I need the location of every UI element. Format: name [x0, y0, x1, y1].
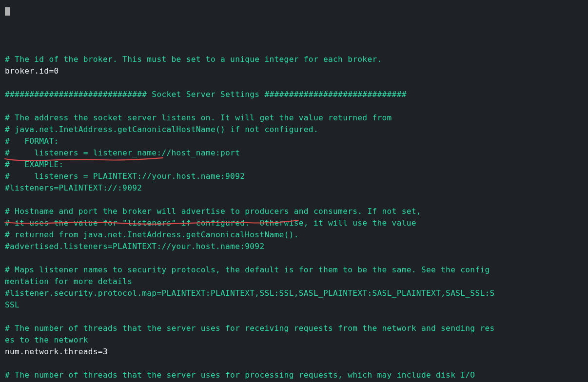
code-line: # listeners = listener_name://host_name:…: [5, 148, 240, 157]
code-line: mentation for more details: [5, 277, 132, 286]
code-line: # it uses the value for "listeners" if c…: [5, 218, 416, 228]
code-line: es to the network: [5, 335, 88, 344]
code-line: # returned from java.net.InetAddress.get…: [5, 230, 299, 239]
terminal-editor[interactable]: # The id of the broker. This must be set…: [0, 0, 588, 382]
code-line: # java.net.InetAddress.getCanonicalHostN…: [5, 125, 318, 134]
code-line: # Hostname and port the broker will adve…: [5, 207, 421, 216]
code-line: num.network.threads=3: [5, 347, 108, 356]
code-line: # The id of the broker. This must be set…: [5, 55, 382, 64]
code-line: # listeners = PLAINTEXT://your.host.name…: [5, 172, 245, 181]
code-line: #listener.security.protocol.map=PLAINTEX…: [5, 288, 495, 298]
code-line: SSL: [5, 300, 20, 309]
code-line: # EXAMPLE:: [5, 160, 64, 169]
file-content: # The id of the broker. This must be set…: [5, 42, 583, 382]
code-line: # The number of threads that the server …: [5, 370, 475, 380]
code-line: # FORMAT:: [5, 136, 59, 146]
code-line: #listeners=PLAINTEXT://:9092: [5, 183, 142, 192]
code-line: # The number of threads that the server …: [5, 324, 495, 333]
code-line: # The address the socket server listens …: [5, 113, 392, 122]
code-line: ############################# Socket Ser…: [5, 90, 407, 99]
code-line: # Maps listener names to security protoc…: [5, 265, 495, 274]
code-line: #advertised.listeners=PLAINTEXT://your.h…: [5, 242, 264, 251]
code-line: broker.id=0: [5, 66, 59, 76]
text-cursor: [5, 7, 10, 16]
